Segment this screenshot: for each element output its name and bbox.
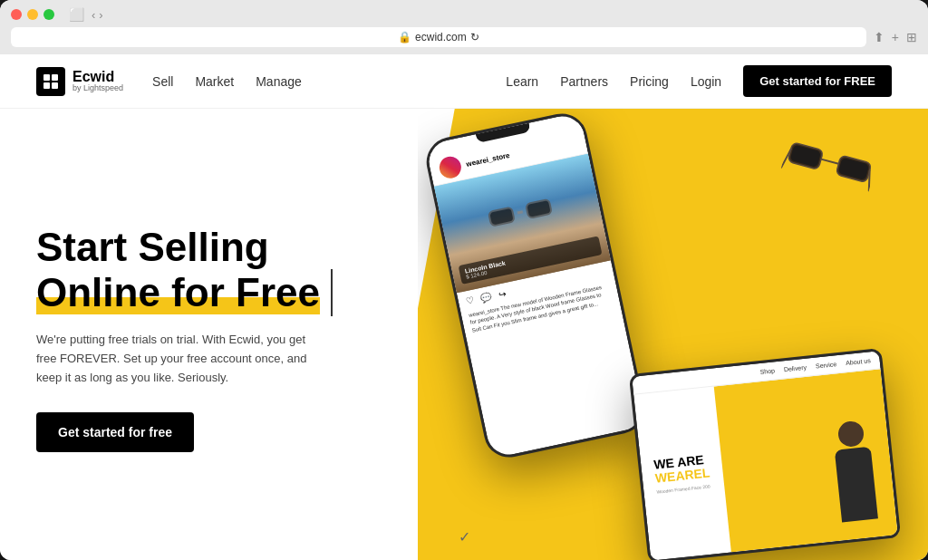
traffic-lights [11,9,54,20]
lock-icon: 🔒 [398,31,411,43]
tablet-product-label: Wooden Framed Face 200 [656,484,711,495]
logo-sub: by Lightspeed [72,84,123,93]
webpage: Ecwid by Lightspeed Sell Market Manage L… [0,54,928,560]
tablet-hero-area: WE ARE WEAREL Wooden Framed Face 200 [633,369,898,560]
nav-partners[interactable]: Partners [560,74,608,89]
nav-pricing[interactable]: Pricing [630,74,669,89]
instagram-username: wearei_store [465,150,510,168]
tablet-nav-service: Service [816,361,837,369]
comment-icon: 💬 [479,291,492,303]
window-icon: ⬜ [69,7,84,22]
main-nav: Ecwid by Lightspeed Sell Market Manage L… [0,54,928,109]
maximize-button[interactable] [44,9,54,20]
browser-titlebar: ⬜ ‹ › [11,7,917,22]
browser-window: ⬜ ‹ › 🔒 ecwid.com ↻ ⬆ + ⊞ [0,0,928,560]
browser-actions: ⬆ + ⊞ [874,30,917,44]
address-bar-row: 🔒 ecwid.com ↻ ⬆ + ⊞ [11,27,917,54]
svg-rect-2 [44,82,50,89]
nav-login[interactable]: Login [691,74,721,89]
logo-icon [36,67,65,96]
tablet-hero-image [713,369,898,552]
new-tab-icon[interactable]: + [892,30,899,44]
nav-sell[interactable]: Sell [152,74,173,89]
url-text: ecwid.com [415,31,467,43]
hero-left: Start Selling Online for Free We're putt… [0,109,418,560]
scroll-down-icon: ✓ [459,528,470,546]
tablet-nav-about: About us [846,357,871,366]
browser-chrome: ⬜ ‹ › 🔒 ecwid.com ↻ ⬆ + ⊞ [0,0,928,54]
hero-title-line2-text: Online for Free [36,271,320,314]
address-bar[interactable]: 🔒 ecwid.com ↻ [11,27,866,47]
reload-icon: ↻ [470,31,479,43]
extensions-icon[interactable]: ⊞ [906,30,917,44]
nav-market[interactable]: Market [195,74,234,89]
svg-rect-1 [52,74,58,81]
back-icon[interactable]: ‹ [92,8,95,22]
hero-cta-button[interactable]: Get started for free [36,412,194,452]
tablet-nav-shop: Shop [759,367,775,375]
share-icon[interactable]: ⬆ [874,30,884,44]
nav-manage[interactable]: Manage [256,74,302,89]
hero-title-line1: Start Selling [36,225,269,269]
svg-rect-3 [52,82,58,89]
nav-logo: Ecwid by Lightspeed [36,67,123,96]
svg-rect-0 [44,74,50,81]
hero-section: Start Selling Online for Free We're putt… [0,109,928,560]
share-icon: ↪ [498,288,507,299]
like-icon: ♡ [465,295,475,307]
nav-arrows: ‹ › [92,8,103,22]
close-button[interactable] [11,9,22,20]
nav-cta-button[interactable]: Get started for FREE [743,65,892,97]
forward-icon[interactable]: › [99,8,102,22]
svg-line-6 [821,159,838,164]
logo-name: Ecwid [72,69,123,85]
window-controls: ⬜ [69,7,84,22]
instagram-avatar [437,154,462,179]
scroll-indicator[interactable]: ✓ [459,528,470,546]
hero-title-line2: Online for Free [36,269,382,316]
hero-description: We're putting free trials on trial. With… [36,331,326,387]
nav-right-links: Learn Partners Pricing Login Get started… [506,65,892,97]
nav-left-links: Sell Market Manage [152,74,506,89]
minimize-button[interactable] [27,9,38,20]
tablet-screen: Shop Delivery Service About us WE ARE WE… [632,351,898,560]
nav-learn[interactable]: Learn [506,74,538,89]
logo-text: Ecwid by Lightspeed [72,69,123,93]
hero-title: Start Selling Online for Free [36,226,382,316]
tablet-mockup: Shop Delivery Service About us WE ARE WE… [629,348,901,560]
title-cursor [331,269,333,316]
tablet-nav-delivery: Delivery [784,364,807,373]
